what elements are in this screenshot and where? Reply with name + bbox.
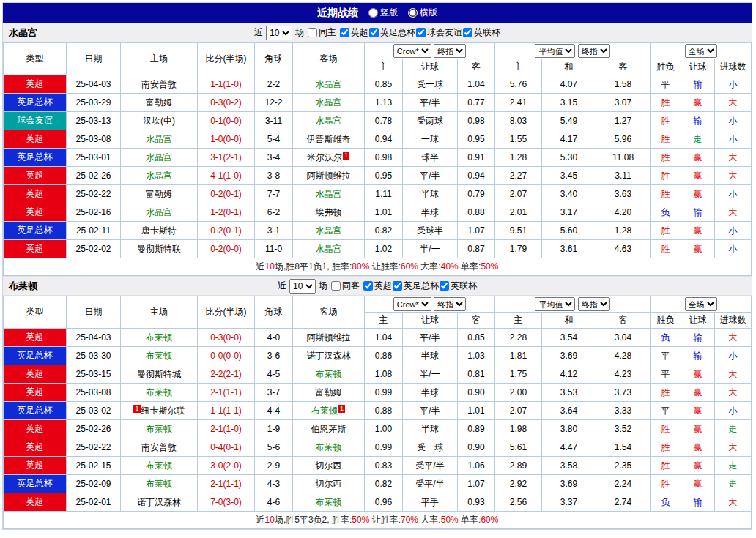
match-row: 英足总杯25-03-30布莱顿0-0(0-0)3-6诺丁汉森林0.86半球1.0… <box>4 347 752 365</box>
col-avg-home: 主 <box>495 313 542 329</box>
result-goals: 大 <box>715 384 752 402</box>
count-select[interactable]: 10 <box>289 279 316 294</box>
avg-source-select[interactable]: 平均值 <box>535 44 575 58</box>
bookmaker-select[interactable]: Crow* <box>393 297 431 311</box>
scope-select[interactable]: 全场 <box>685 297 717 311</box>
match-date: 25-03-13 <box>67 112 121 130</box>
same-venue-checkbox[interactable] <box>331 281 341 291</box>
league-filter[interactable]: 球会友谊 <box>415 26 462 39</box>
result-outcome: 平 <box>651 365 681 384</box>
same-venue-filter[interactable]: 同主 <box>307 26 336 39</box>
away-team-cell: 布莱顿 <box>293 438 365 457</box>
league-filter[interactable]: 英足总杯 <box>392 280 439 292</box>
col-home: 主场 <box>121 43 198 75</box>
match-date: 25-02-15 <box>67 457 121 475</box>
league-checkbox[interactable] <box>340 28 349 37</box>
league-filter[interactable]: 英超 <box>339 26 368 39</box>
result-handicap: 赢 <box>681 438 715 457</box>
match-row: 英足总杯25-02-09布莱顿2-1(1-1)4-3切尔西0.82受平/半1.0… <box>4 475 752 493</box>
league-filter-label: 英超 <box>351 26 368 39</box>
match-date: 25-03-02 <box>67 402 121 420</box>
same-venue-filter[interactable]: 同客 <box>330 280 360 292</box>
odds-home: 1.00 <box>365 420 403 438</box>
match-row: 英超25-04-03布莱顿0-3(0-0)4-0阿斯顿维拉1.04平/半0.85… <box>4 329 752 347</box>
odds-handicap: 半球 <box>403 347 458 365</box>
away-team-cell: 埃弗顿 <box>293 203 365 222</box>
horizontal-radio[interactable] <box>408 8 418 18</box>
league-type-cell: 英足总杯 <box>4 475 67 493</box>
avg-draw: 3.69 <box>542 475 596 493</box>
avg-home: 2.01 <box>495 203 542 222</box>
away-team-cell: 水晶宫 <box>293 75 365 94</box>
match-score: 3-0(2-0) <box>198 457 255 475</box>
result-handicap: 输 <box>681 112 715 130</box>
home-team-cell: 曼彻斯特联 <box>121 240 198 258</box>
scope-select[interactable]: 全场 <box>685 44 717 58</box>
league-filters: 英超英足总杯英联杯 <box>363 280 477 292</box>
page-title: 近期战绩 <box>317 7 358 20</box>
odds-away: 1.06 <box>458 457 495 475</box>
avg-stage-select[interactable]: 终指 <box>578 297 610 311</box>
match-score: 1-2(0-1) <box>198 203 255 222</box>
summary-part: 场,胜5平3负2, <box>275 515 332 525</box>
match-date: 25-02-16 <box>67 203 121 222</box>
league-filter-label: 英足总杯 <box>380 26 415 39</box>
avg-away: 3.63 <box>596 185 651 203</box>
layout-horizontal-option[interactable]: 横版 <box>408 7 437 19</box>
odds-away: 0.85 <box>458 329 495 347</box>
home-team-name: 南安普敦 <box>141 442 177 452</box>
home-team-name: 布莱顿 <box>146 351 172 361</box>
match-date: 25-02-26 <box>67 420 121 438</box>
vertical-radio[interactable] <box>368 8 378 18</box>
corner-count: 4-0 <box>255 329 293 347</box>
sections-container: 水晶宫 近 10 场 同主 英超英足总杯球会友谊英联杯 类型 日期 主场 <box>3 23 752 529</box>
home-team-name: 布莱顿 <box>146 387 172 397</box>
home-team-name: 曼彻斯特联 <box>137 244 181 254</box>
layout-vertical-option[interactable]: 竖版 <box>368 7 398 19</box>
match-score: 2-1(1-1) <box>198 475 255 493</box>
count-select[interactable]: 10 <box>266 26 292 40</box>
home-team-name: 水晶宫 <box>146 152 172 162</box>
away-team-name: 水晶宫 <box>316 116 342 126</box>
odds-home: 1.02 <box>365 240 403 258</box>
league-checkbox[interactable] <box>363 281 373 291</box>
league-filter[interactable]: 英足总杯 <box>368 26 415 39</box>
avg-home: 5.76 <box>495 75 542 94</box>
league-checkbox[interactable] <box>369 28 379 37</box>
corner-count: 4-4 <box>255 402 293 420</box>
league-checkbox[interactable] <box>463 28 472 37</box>
summary-text: 近10场,胜5平3负2, 胜率:50% 让胜率:70% 大率:50% 单率:60… <box>4 512 752 529</box>
home-team-cell: 布莱顿 <box>121 347 198 365</box>
odds-home: 0.82 <box>365 222 403 240</box>
avg-stage-select[interactable]: 终指 <box>578 44 610 58</box>
league-type-cell: 英超 <box>4 130 67 149</box>
avg-away: 3.11 <box>596 167 651 185</box>
match-score: 0-1(0-0) <box>198 112 255 130</box>
odds-stage-select[interactable]: 终指 <box>434 297 466 311</box>
avg-draw: 5.49 <box>542 112 596 130</box>
avg-source-select[interactable]: 平均值 <box>535 297 575 311</box>
league-badge: 英超 <box>4 75 66 93</box>
odds-home: 0.96 <box>365 493 403 512</box>
result-handicap: 赢 <box>681 222 715 240</box>
odds-stage-select[interactable]: 终指 <box>434 44 466 58</box>
league-checkbox[interactable] <box>393 281 402 291</box>
match-date: 25-02-22 <box>67 185 121 203</box>
away-team-name: 水晶宫 <box>316 79 342 89</box>
league-filter[interactable]: 英联杯 <box>462 26 500 39</box>
home-team-name: 布莱顿 <box>146 332 172 343</box>
league-filter[interactable]: 英超 <box>363 280 392 292</box>
match-date: 25-02-02 <box>67 240 121 258</box>
league-checkbox[interactable] <box>440 281 449 291</box>
odds-handicap: 受一球 <box>403 438 458 457</box>
results-table: 类型 日期 主场 比分(半场) 角球 客场 Crow* 终指 平均值 终指 <box>3 42 752 276</box>
home-team-name: 汉坎(中) <box>143 116 175 126</box>
league-filter[interactable]: 英联杯 <box>439 280 477 292</box>
match-score: 2-1(1-1) <box>198 384 255 402</box>
match-date: 25-03-01 <box>67 149 121 167</box>
result-outcome: 胜 <box>651 384 681 402</box>
league-checkbox[interactable] <box>416 28 426 37</box>
odds-home: 0.95 <box>365 167 403 185</box>
same-venue-checkbox[interactable] <box>308 28 317 37</box>
bookmaker-select[interactable]: Crow* <box>393 44 431 58</box>
